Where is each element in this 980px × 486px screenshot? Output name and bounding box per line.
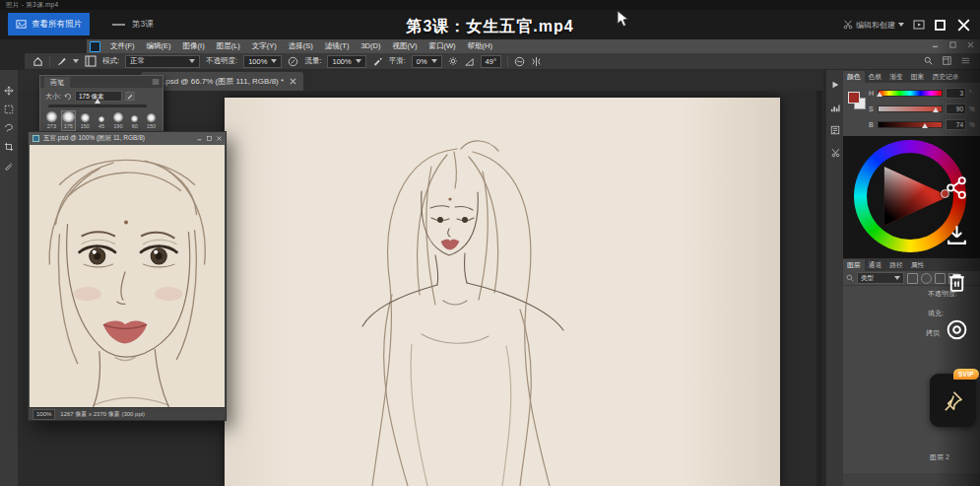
lasso-tool-icon[interactable] bbox=[4, 123, 14, 133]
layer-name-fragment[interactable]: 拷贝 bbox=[926, 328, 940, 338]
canvas-scrollbar[interactable] bbox=[817, 91, 822, 486]
brush-tool-icon[interactable] bbox=[56, 56, 67, 67]
brush-size-slider[interactable] bbox=[48, 104, 147, 107]
menu-item[interactable]: 窗口(W) bbox=[423, 39, 461, 53]
pen-icon[interactable] bbox=[125, 92, 135, 101]
foreground-color-swatch[interactable] bbox=[848, 92, 860, 104]
brush-preset[interactable]: 150 bbox=[144, 110, 159, 131]
reset-icon[interactable] bbox=[64, 93, 72, 101]
brush-panel-tab[interactable]: 画笔 bbox=[44, 77, 70, 88]
floating-window-titlebar[interactable]: 五官.psd @ 100% (图层 11, RGB/8) bbox=[29, 132, 226, 145]
filter-adjustment-icon[interactable] bbox=[921, 273, 932, 284]
layers-panel-tab[interactable]: 属性 bbox=[907, 259, 929, 271]
download-icon[interactable] bbox=[945, 223, 969, 247]
slideshow-icon[interactable] bbox=[913, 19, 925, 31]
color-panel-tab[interactable]: 颜色 bbox=[843, 71, 865, 83]
angle-field[interactable]: 49° bbox=[481, 55, 501, 68]
tab-close-icon[interactable] bbox=[290, 78, 296, 85]
restore-icon[interactable] bbox=[949, 41, 956, 48]
menu-item[interactable]: 滤镜(T) bbox=[319, 39, 356, 53]
zoom-level[interactable]: 100% bbox=[33, 409, 55, 420]
close-icon[interactable] bbox=[217, 136, 222, 141]
opacity-field[interactable]: 100% bbox=[243, 55, 282, 68]
maximize-icon[interactable] bbox=[934, 19, 947, 32]
color-panel-tab[interactable]: 色板 bbox=[865, 71, 886, 83]
hsb-value-field[interactable]: 90 bbox=[946, 104, 966, 114]
burn-disc-icon[interactable] bbox=[945, 317, 969, 342]
layer-name[interactable]: 图层 2 bbox=[930, 452, 949, 462]
floating-canvas[interactable] bbox=[30, 145, 225, 407]
slider-marker[interactable] bbox=[922, 123, 928, 128]
menu-item[interactable]: 选择(S) bbox=[283, 39, 319, 53]
workspace-icon[interactable] bbox=[943, 56, 951, 65]
slider-marker[interactable] bbox=[933, 107, 939, 112]
brush-preset-caret-icon[interactable] bbox=[73, 59, 79, 63]
menu-item[interactable]: 帮助(H) bbox=[462, 39, 498, 53]
artwork-main[interactable] bbox=[225, 98, 780, 486]
airbrush-icon[interactable] bbox=[372, 56, 383, 67]
maximize-icon[interactable] bbox=[207, 136, 212, 141]
flow-field[interactable]: 100% bbox=[327, 55, 365, 68]
filter-pixel-icon[interactable] bbox=[907, 273, 918, 284]
close-icon[interactable] bbox=[955, 17, 972, 34]
layers-panel-tab[interactable]: 图层 bbox=[843, 259, 865, 271]
color-panel-tab[interactable]: 渐变 bbox=[885, 71, 907, 83]
brush-preset[interactable]: 45 bbox=[95, 110, 109, 131]
menu-item[interactable]: 编辑(E) bbox=[141, 39, 177, 53]
clone-panel-icon[interactable] bbox=[830, 148, 840, 158]
ps-close-icon[interactable] bbox=[967, 41, 974, 48]
edit-create-button[interactable]: 编辑和创建 bbox=[843, 20, 904, 31]
pen-pressure-size-icon[interactable] bbox=[514, 56, 525, 67]
brush-preset[interactable]: 150 bbox=[78, 110, 93, 131]
color-panel-tab[interactable]: 图案 bbox=[907, 71, 929, 83]
brush-preset[interactable]: 273 bbox=[44, 110, 59, 131]
marquee-tool-icon[interactable] bbox=[4, 104, 14, 114]
menu-item[interactable]: 文件(F) bbox=[104, 39, 141, 53]
menu-item[interactable]: 文字(Y) bbox=[246, 39, 283, 53]
brush-preset[interactable]: 190 bbox=[110, 110, 125, 131]
hsb-slider[interactable] bbox=[878, 90, 943, 97]
hsb-value-field[interactable]: 74 bbox=[946, 119, 966, 130]
crop-tool-icon[interactable] bbox=[4, 142, 14, 152]
search-icon[interactable] bbox=[924, 56, 933, 65]
hsb-value-field[interactable]: 3 bbox=[946, 88, 966, 99]
pen-pressure-opacity-icon[interactable] bbox=[288, 56, 298, 67]
share-icon[interactable] bbox=[945, 175, 969, 200]
menu-item[interactable]: 3D(D) bbox=[355, 39, 386, 53]
panel-menu-icon[interactable] bbox=[961, 56, 970, 65]
color-panel-tab[interactable]: 历史记录 bbox=[928, 71, 962, 83]
smoothing-field[interactable]: 0% bbox=[412, 55, 442, 68]
pin-tool-button[interactable]: SVIP bbox=[930, 374, 976, 427]
layer-filter-select[interactable]: 类型 bbox=[857, 272, 904, 284]
layers-panel-tab[interactable]: 路径 bbox=[885, 259, 907, 271]
brush-panel-toggle-icon[interactable] bbox=[85, 55, 97, 67]
slider-marker[interactable] bbox=[95, 99, 100, 104]
panel-menu-icon[interactable] bbox=[152, 78, 160, 86]
hsb-slider[interactable] bbox=[878, 121, 943, 128]
symmetry-icon[interactable] bbox=[531, 56, 542, 67]
view-all-photos-tab[interactable]: 查看所有照片 bbox=[8, 13, 90, 35]
minimize-icon[interactable] bbox=[932, 41, 939, 48]
brush-preset[interactable]: 175 bbox=[61, 110, 76, 131]
breadcrumb[interactable]: 第3课 bbox=[132, 19, 154, 31]
minimize-icon[interactable] bbox=[197, 136, 202, 141]
histogram-panel-icon[interactable] bbox=[830, 103, 840, 112]
play-panel-icon[interactable] bbox=[830, 80, 840, 90]
document-tab[interactable]: 五官.psd @ 66.7% (图层 111, RGB/8) * bbox=[141, 72, 303, 91]
trash-icon[interactable] bbox=[945, 270, 969, 295]
color-swatches[interactable] bbox=[848, 92, 864, 107]
move-tool-icon[interactable] bbox=[4, 86, 14, 96]
slider-marker[interactable] bbox=[877, 92, 882, 97]
properties-panel-icon[interactable] bbox=[830, 125, 840, 135]
eyedropper-tool-icon[interactable] bbox=[4, 161, 14, 171]
home-icon[interactable] bbox=[33, 56, 43, 67]
hsb-slider[interactable] bbox=[878, 105, 943, 112]
menu-item[interactable]: 视图(V) bbox=[386, 39, 423, 53]
brush-angle-icon[interactable] bbox=[464, 56, 475, 67]
brush-preset[interactable]: 60 bbox=[127, 110, 142, 131]
menu-item[interactable]: 图层(L) bbox=[211, 39, 246, 53]
gear-icon[interactable] bbox=[448, 56, 458, 66]
mode-select[interactable]: 正常 bbox=[125, 55, 200, 68]
menu-item[interactable]: 图像(I) bbox=[177, 39, 211, 53]
layers-panel-tab[interactable]: 通道 bbox=[865, 259, 886, 271]
